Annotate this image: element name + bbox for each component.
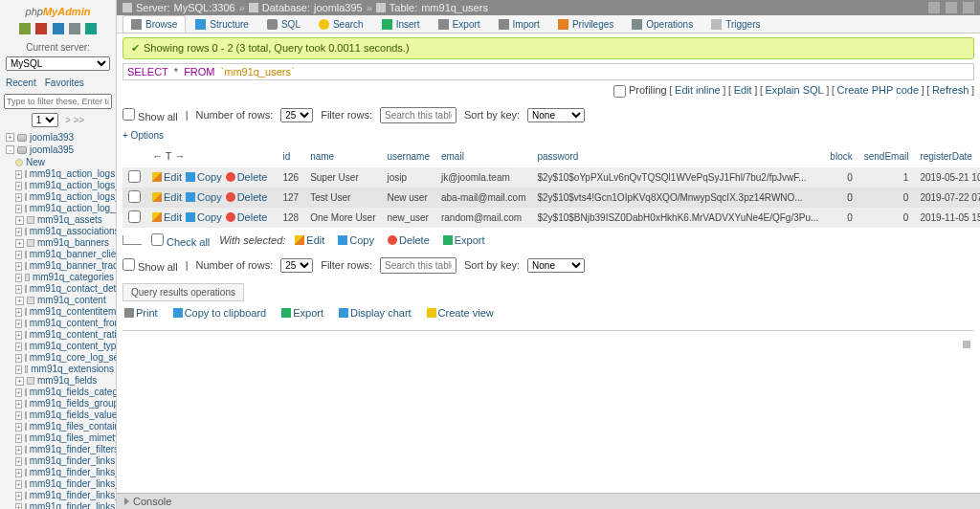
tab-operations[interactable]: Operations [623,15,702,33]
table-link[interactable]: mm91q_finder_filters [30,444,116,455]
col-id[interactable]: id [282,151,290,162]
sel-delete-button[interactable]: Delete [388,234,430,246]
table-link[interactable]: mm91q_fields_groups [30,398,116,409]
tab-search[interactable]: Search [310,15,372,33]
expand-icon[interactable]: + [15,377,24,386]
tab-privileges[interactable]: Privileges [549,15,622,33]
expand-icon[interactable]: + [15,320,22,328]
tab-export[interactable]: Export [430,15,489,33]
table-link[interactable]: mm91q_content_frontpage [30,318,116,329]
showall-checkbox-bot[interactable] [122,258,135,271]
bc-server[interactable]: MySQL:3306 [173,2,234,13]
table-link[interactable]: mm91q_content_types [30,341,116,352]
expand-icon[interactable]: + [15,170,22,179]
expand-icon[interactable]: + [15,423,22,432]
export-button[interactable]: Export [281,307,323,319]
recent-link[interactable]: Recent [6,77,36,88]
view-button[interactable]: Create view [427,307,494,319]
col-name[interactable]: name [310,151,334,162]
row-delete-button[interactable]: Delete [226,171,268,183]
table-link[interactable]: mm91q_categories [33,272,114,283]
tree-filter-input[interactable] [4,94,112,109]
db-link[interactable]: joomla395 [30,144,74,155]
server-select[interactable]: MySQL [6,56,110,71]
expand-icon[interactable]: + [15,354,22,363]
row-copy-button[interactable]: Copy [186,191,222,203]
table-link[interactable]: mm91q_action_log_config [30,203,116,214]
row-checkbox[interactable] [128,210,141,223]
create-php-link[interactable]: Create PHP code [837,84,919,96]
docs-icon[interactable] [53,23,64,34]
expand-icon[interactable]: + [15,480,22,489]
expand-icon[interactable]: + [15,285,22,294]
expand-icon[interactable]: + [15,205,22,213]
win-hide-icon[interactable] [928,2,940,13]
expand-icon[interactable]: + [15,365,22,374]
logo[interactable]: phpMyAdmin [0,0,116,21]
clipboard-button[interactable]: Copy to clipboard [173,307,267,319]
expand-icon[interactable]: + [15,469,22,477]
home-icon[interactable] [19,23,31,34]
expand-icon[interactable]: + [15,274,22,282]
sel-export-button[interactable]: Export [443,234,485,246]
table-link[interactable]: mm91q_fields_categories [30,387,116,398]
chart-button[interactable]: Display chart [339,307,412,319]
new-table-link[interactable]: New [26,157,45,167]
expand-icon[interactable]: + [15,216,24,225]
profiling-checkbox[interactable] [613,85,626,98]
col-registerDate[interactable]: registerDate [920,151,971,162]
bc-database[interactable]: joomla395 [314,2,363,13]
expand-icon[interactable]: + [15,331,22,340]
db-link[interactable]: joomla393 [30,132,74,143]
row-edit-button[interactable]: Edit [152,171,182,183]
row-edit-button[interactable]: Edit [152,211,182,223]
row-checkbox[interactable] [128,170,141,183]
expand-icon[interactable]: + [15,193,22,202]
settings-icon[interactable] [69,23,80,34]
sort-select-top[interactable]: None [527,108,585,122]
table-link[interactable]: mm91q_finder_links_terms [30,478,116,490]
edit-inline-link[interactable]: Edit inline [675,84,721,96]
expand-icon[interactable]: + [15,388,22,397]
win-settings-icon[interactable] [946,2,957,13]
expand-icon[interactable]: + [15,182,22,190]
table-link[interactable]: mm91q_files_mimetypes [30,432,116,444]
table-link[interactable]: mm91q_banners [37,237,109,249]
console-bar[interactable]: Console [117,493,980,509]
row-copy-button[interactable]: Copy [186,171,222,183]
table-link[interactable]: mm91q_contentitem_tag_m [30,306,116,318]
showall-checkbox-top[interactable] [122,108,135,121]
sel-edit-button[interactable]: Edit [295,234,324,246]
row-copy-button[interactable]: Copy [186,211,222,223]
filter-input-top[interactable] [380,107,457,123]
table-link[interactable]: mm91q_content_rating [30,329,116,341]
col-sendEmail[interactable]: sendEmail [864,151,909,162]
table-link[interactable]: mm91q_extensions [31,364,114,375]
table-link[interactable]: mm91q_action_logs_exten [30,180,116,191]
tab-sql[interactable]: SQL [258,15,309,33]
expand-icon[interactable]: + [15,239,24,248]
row-delete-button[interactable]: Delete [226,191,268,203]
refresh-link[interactable]: Refresh [932,84,969,96]
numrows-select-top[interactable]: 25 [280,108,313,122]
tab-structure[interactable]: Structure [187,15,257,33]
checkall-checkbox[interactable] [151,233,164,246]
bookmark-icon[interactable] [963,341,970,348]
row-checkbox[interactable] [128,190,141,203]
explain-link[interactable]: Explain SQL [766,84,824,96]
filter-input-bot[interactable] [380,257,457,274]
table-link[interactable]: mm91q_assets [37,214,102,226]
print-button[interactable]: Print [124,307,158,319]
table-link[interactable]: mm91q_finder_links_terms [30,467,116,478]
tab-browse[interactable]: Browse [122,15,186,33]
edit-link[interactable]: Edit [734,84,752,96]
table-link[interactable]: mm91q_finder_links [30,455,116,467]
table-link[interactable]: mm91q_fields [37,375,97,387]
table-link[interactable]: mm91q_core_log_searche [30,352,116,364]
col-email[interactable]: email [441,151,464,162]
reload-icon[interactable] [85,23,97,34]
expand-icon[interactable]: + [15,308,22,317]
expand-icon[interactable]: - [6,145,14,154]
expand-icon[interactable]: + [15,492,22,500]
col-username[interactable]: username [388,151,430,162]
